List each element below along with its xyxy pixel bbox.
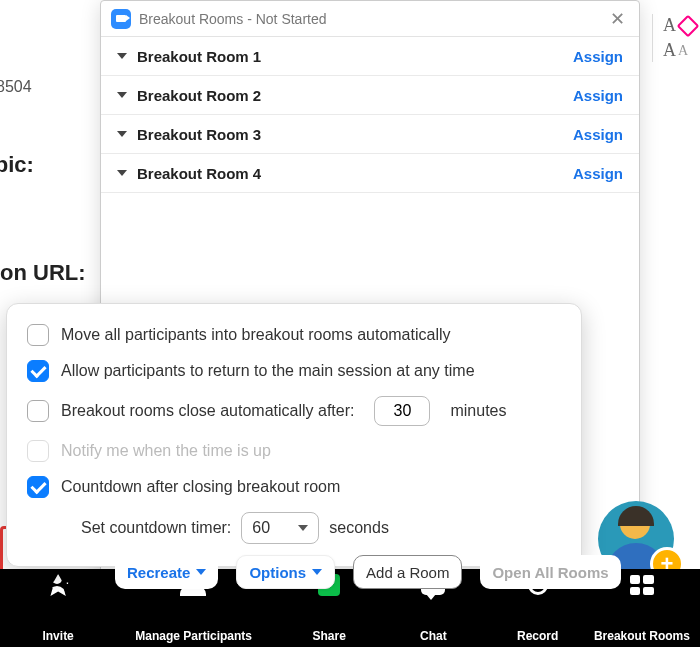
close-icon[interactable]: ✕: [606, 8, 629, 30]
bg-text-8504: 8504: [0, 78, 32, 96]
countdown-timer-value: 60: [252, 519, 270, 537]
toolbar-share[interactable]: Share: [277, 629, 381, 643]
toolbar-label: Invite: [42, 629, 73, 643]
toolbar-record[interactable]: Record: [486, 629, 590, 643]
open-all-rooms-label: Open All Rooms: [492, 564, 608, 581]
toolbar-label: Chat: [420, 629, 447, 643]
toolbar-chat[interactable]: Chat: [381, 629, 485, 643]
zoom-icon: [111, 9, 131, 29]
open-all-rooms-button[interactable]: Open All Rooms: [480, 555, 620, 589]
option-countdown[interactable]: Countdown after closing breakout room: [27, 476, 563, 498]
room-row[interactable]: Breakout Room 4 Assign: [101, 154, 639, 193]
bg-text-topic: g Topic:: [0, 152, 34, 178]
room-row[interactable]: Breakout Room 3 Assign: [101, 115, 639, 154]
close-after-minutes-input[interactable]: [374, 396, 430, 426]
recreate-button[interactable]: Recreate: [115, 555, 218, 589]
room-row[interactable]: Breakout Room 1 Assign: [101, 37, 639, 76]
room-name: Breakout Room 3: [137, 126, 563, 143]
option-notify: Notify me when the time is up: [27, 440, 563, 462]
clear-format-icon: A: [663, 15, 676, 36]
toolbar-participants[interactable]: Manage Participants: [110, 629, 277, 643]
checkbox-unchecked[interactable]: [27, 400, 49, 422]
chevron-down-icon: [298, 525, 308, 531]
add-room-label: Add a Room: [366, 564, 449, 581]
chevron-down-icon: [117, 53, 127, 59]
option-label: Allow participants to return to the main…: [61, 362, 475, 380]
option-allow-return[interactable]: Allow participants to return to the main…: [27, 360, 563, 382]
chevron-down-icon: [196, 569, 206, 575]
option-suffix: minutes: [450, 402, 506, 420]
option-label: Breakout rooms close automatically after…: [61, 402, 354, 420]
dialog-title: Breakout Rooms - Not Started: [139, 11, 598, 27]
option-label: Notify me when the time is up: [61, 442, 271, 460]
bg-text-url: on URL:: [0, 260, 86, 286]
toolbar-label: Share: [312, 629, 345, 643]
option-move-auto[interactable]: Move all participants into breakout room…: [27, 324, 563, 346]
clear-format-diamond-icon: [677, 14, 700, 37]
room-name: Breakout Room 2: [137, 87, 563, 104]
add-room-button[interactable]: Add a Room: [353, 555, 462, 589]
chevron-down-icon: [117, 131, 127, 137]
chevron-down-icon: [117, 170, 127, 176]
checkbox-checked[interactable]: [27, 360, 49, 382]
toolbar-label: Record: [517, 629, 558, 643]
options-popover: Move all participants into breakout room…: [6, 303, 582, 567]
chevron-down-icon: [117, 92, 127, 98]
room-name: Breakout Room 1: [137, 48, 563, 65]
set-timer-label: Set countdown timer:: [81, 519, 231, 537]
option-label: Move all participants into breakout room…: [61, 326, 451, 344]
assign-link[interactable]: Assign: [573, 48, 623, 65]
recreate-label: Recreate: [127, 564, 190, 581]
options-label: Options: [249, 564, 306, 581]
set-timer-suffix: seconds: [329, 519, 389, 537]
invite-icon-wrap[interactable]: +: [6, 574, 110, 596]
checkbox-disabled: [27, 440, 49, 462]
toolbar-label: Breakout Rooms: [594, 629, 690, 643]
assign-link[interactable]: Assign: [573, 87, 623, 104]
dialog-footer: Recreate Options Add a Room Open All Roo…: [101, 545, 639, 599]
toolbar-label: Manage Participants: [135, 629, 252, 643]
rooms-list: Breakout Room 1 Assign Breakout Room 2 A…: [101, 37, 639, 193]
checkbox-checked[interactable]: [27, 476, 49, 498]
font-size-small-icon: A: [678, 43, 688, 59]
option-label: Countdown after closing breakout room: [61, 478, 340, 496]
countdown-timer-row: Set countdown timer: 60 seconds: [81, 512, 563, 544]
assign-link[interactable]: Assign: [573, 126, 623, 143]
checkbox-unchecked[interactable]: [27, 324, 49, 346]
assign-link[interactable]: Assign: [573, 165, 623, 182]
room-row[interactable]: Breakout Room 2 Assign: [101, 76, 639, 115]
chevron-down-icon: [312, 569, 322, 575]
dialog-titlebar: Breakout Rooms - Not Started ✕: [101, 1, 639, 37]
toolbar-breakout[interactable]: Breakout Rooms: [590, 629, 694, 643]
toolbar-invite[interactable]: Invite: [6, 629, 110, 643]
meeting-toolbar: Invite Manage Participants Share Chat Re…: [0, 601, 700, 647]
option-close-after[interactable]: Breakout rooms close automatically after…: [27, 396, 563, 426]
room-name: Breakout Room 4: [137, 165, 563, 182]
invite-icon: +: [47, 574, 69, 596]
bg-ribbon: A A A: [646, 14, 696, 62]
countdown-timer-select[interactable]: 60: [241, 512, 319, 544]
font-size-large-icon: A: [663, 40, 676, 61]
options-button[interactable]: Options: [236, 555, 335, 589]
